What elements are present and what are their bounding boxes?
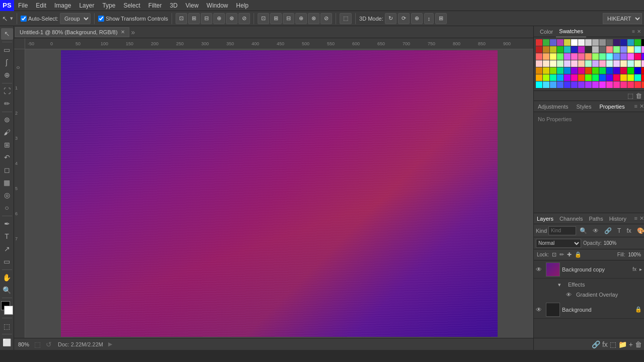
swatch[interactable] <box>585 81 592 88</box>
swatch[interactable] <box>599 46 606 53</box>
swatch[interactable] <box>599 81 606 88</box>
swatch[interactable] <box>536 74 542 81</box>
swatch[interactable] <box>634 46 641 53</box>
swatch[interactable] <box>578 67 585 74</box>
move-tool[interactable]: ↖ <box>1 28 13 40</box>
dist-vcenter[interactable]: ⊞ <box>270 13 282 24</box>
swatch[interactable] <box>613 74 620 81</box>
swatch[interactable] <box>613 39 620 46</box>
layer-visibility-bg[interactable]: 👁 <box>536 306 544 313</box>
swatch[interactable] <box>585 74 592 81</box>
swatch[interactable] <box>627 46 634 53</box>
swatch[interactable] <box>564 39 571 46</box>
eraser-tool[interactable]: ◻ <box>1 164 13 176</box>
background-color[interactable] <box>4 306 13 315</box>
swatch[interactable] <box>627 74 634 81</box>
swatch[interactable] <box>613 81 620 88</box>
swatch[interactable] <box>564 53 571 60</box>
swatch[interactable] <box>592 67 599 74</box>
layers-text-filter[interactable]: T <box>615 226 623 235</box>
menu-view[interactable]: View <box>182 0 203 11</box>
history-brush-tool[interactable]: ↶ <box>1 152 13 163</box>
menu-file[interactable]: File <box>14 0 32 11</box>
swatch[interactable] <box>606 53 613 60</box>
align-hcenter[interactable]: ⊗ <box>226 13 237 24</box>
swatch[interactable] <box>599 53 606 60</box>
layers-visibility-filter[interactable]: 👁 <box>591 226 601 235</box>
tab-paths[interactable]: Paths <box>586 213 606 224</box>
swatch[interactable] <box>606 39 613 46</box>
3d-slide[interactable]: ↕ <box>424 13 434 24</box>
tab-history[interactable]: History <box>606 213 629 224</box>
lasso-tool[interactable]: ʃ <box>1 57 13 68</box>
swatch[interactable] <box>599 39 606 46</box>
layer-visibility-bg-copy[interactable]: 👁 <box>536 266 544 273</box>
swatch[interactable] <box>536 53 542 60</box>
swatch[interactable] <box>550 74 556 81</box>
swatch[interactable] <box>571 53 578 60</box>
align-left[interactable]: ⊕ <box>213 13 225 24</box>
shape-tool[interactable]: ▭ <box>1 256 13 267</box>
zoom-tool[interactable]: 🔍 <box>1 284 13 296</box>
swatch[interactable] <box>578 53 585 60</box>
swatch[interactable] <box>641 39 644 46</box>
move-tool-icon[interactable]: ↖ <box>2 15 8 23</box>
swatch[interactable] <box>641 67 644 74</box>
menu-image[interactable]: Image <box>50 0 75 11</box>
swatch[interactable] <box>557 46 564 53</box>
color-panel-menu[interactable]: ≡ <box>632 29 635 34</box>
swatch[interactable] <box>536 60 542 67</box>
swatch[interactable] <box>641 60 644 67</box>
swatch[interactable] <box>613 67 620 74</box>
workspace-select[interactable]: HIKEART <box>603 13 642 24</box>
text-tool[interactable]: T <box>1 231 13 242</box>
swatch[interactable] <box>599 67 606 74</box>
swatch[interactable] <box>592 46 599 53</box>
menu-type[interactable]: Type <box>98 0 119 11</box>
dist-hcenter[interactable]: ⊗ <box>308 13 319 24</box>
align-top[interactable]: ⊡ <box>176 13 187 24</box>
add-mask-btn[interactable]: ⬚ <box>610 340 616 348</box>
arrange-btn[interactable]: ⬚ <box>340 13 352 24</box>
menu-edit[interactable]: Edit <box>32 0 50 11</box>
brush-tool[interactable]: 🖌 <box>1 127 13 138</box>
blur-tool[interactable]: ◎ <box>1 190 13 201</box>
swatch[interactable] <box>550 46 556 53</box>
swatch[interactable] <box>634 53 641 60</box>
swatch[interactable] <box>585 39 592 46</box>
new-layer-btn[interactable]: + <box>629 340 633 348</box>
swatch[interactable] <box>620 39 627 46</box>
auto-select-mode[interactable]: Group Layer <box>60 13 91 24</box>
layers-effect-filter[interactable]: fx <box>624 226 633 235</box>
swatch[interactable] <box>543 81 549 88</box>
align-vcenter[interactable]: ⊞ <box>188 13 200 24</box>
tab-color[interactable]: Color <box>537 26 556 37</box>
swatch[interactable] <box>641 46 644 53</box>
swatch[interactable] <box>571 39 578 46</box>
swatch[interactable] <box>613 60 620 67</box>
swatch[interactable] <box>592 74 599 81</box>
tab-expand-btn[interactable]: » <box>131 28 135 36</box>
layers-filter-btn[interactable]: 🔍 <box>578 226 589 235</box>
menu-window[interactable]: Window <box>203 0 232 11</box>
swatch[interactable] <box>543 67 549 74</box>
dist-top[interactable]: ⊡ <box>258 13 269 24</box>
layer-options-bg-copy[interactable]: ▸ <box>639 266 642 272</box>
swatch[interactable] <box>620 46 627 53</box>
swatch[interactable] <box>620 60 627 67</box>
new-group-btn[interactable]: 📁 <box>618 340 627 348</box>
swatch[interactable] <box>592 53 599 60</box>
tab-adjustments[interactable]: Adjustments <box>534 101 573 112</box>
swatch[interactable] <box>585 67 592 74</box>
swatch[interactable] <box>585 60 592 67</box>
document-tab[interactable]: Untitled-1 @ 80% (Background, RGB/8) ✕ <box>15 27 129 37</box>
link-layers-btn[interactable]: 🔗 <box>592 340 600 348</box>
quick-select-tool[interactable]: ⊕ <box>1 69 13 81</box>
swatch[interactable] <box>550 60 556 67</box>
show-transform-checkbox[interactable] <box>98 16 104 22</box>
swatch[interactable] <box>641 74 644 81</box>
quick-mask-tool[interactable]: ⬚ <box>1 320 13 332</box>
layer-fx-badge[interactable]: fx <box>632 266 636 272</box>
layers-linked-filter[interactable]: 🔗 <box>602 226 614 235</box>
adj-panel-menu[interactable]: ≡ <box>634 103 637 110</box>
